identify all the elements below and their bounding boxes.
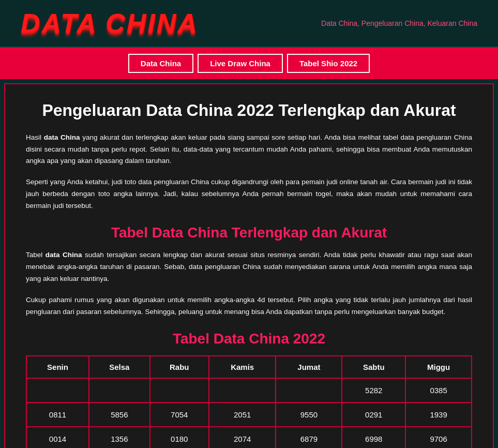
col-senin: Senin bbox=[26, 356, 89, 378]
main-content: Pengeluaran Data China 2022 Terlengkap d… bbox=[4, 83, 494, 448]
cell-r1-c6: 5282 bbox=[342, 378, 405, 402]
nav-tabel-shio[interactable]: Tabel Shio 2022 bbox=[287, 54, 370, 73]
col-rabu: Rabu bbox=[150, 356, 209, 378]
table-header-row: Senin Selsa Rabu Kamis Jumat Sabtu Miggu bbox=[26, 356, 472, 378]
cell-r1-c3 bbox=[150, 378, 209, 402]
table-row: 5282 0385 bbox=[26, 378, 472, 402]
cell-r3-c2: 1356 bbox=[89, 427, 150, 448]
page-title: Pengeluaran Data China 2022 Terlengkap d… bbox=[26, 100, 472, 122]
cell-r2-c5: 9550 bbox=[276, 402, 342, 427]
intro-paragraph-2: Seperti yang Anda ketahui, judi toto dat… bbox=[26, 176, 472, 212]
section-paragraph-2: Cukup pahami rumus yang akan digunakan u… bbox=[26, 294, 472, 318]
intro-paragraph-1: Hasil data China yang akurat dan terleng… bbox=[26, 132, 472, 168]
section-paragraph-1: Tabel data China sudah tersajikan secara… bbox=[26, 249, 472, 285]
col-jumat: Jumat bbox=[276, 356, 342, 378]
cell-r2-c1: 0811 bbox=[26, 402, 89, 427]
table-head: Senin Selsa Rabu Kamis Jumat Sabtu Miggu bbox=[26, 356, 472, 378]
table-title: Tabel Data China 2022 bbox=[26, 331, 472, 347]
table-row: 0811 5856 7054 2051 9550 0291 1939 bbox=[26, 402, 472, 427]
cell-r3-c1: 0014 bbox=[26, 427, 89, 448]
nav-bar: Data China Live Draw China Tabel Shio 20… bbox=[0, 48, 498, 79]
cell-r2-c4: 2051 bbox=[209, 402, 276, 427]
cell-r1-c2 bbox=[89, 378, 150, 402]
cell-r2-c6: 0291 bbox=[342, 402, 405, 427]
cell-r1-c4 bbox=[209, 378, 276, 402]
col-kamis: Kamis bbox=[209, 356, 276, 378]
col-miggu: Miggu bbox=[405, 356, 472, 378]
col-sabtu: Sabtu bbox=[342, 356, 405, 378]
cell-r1-c7: 0385 bbox=[405, 378, 472, 402]
cell-r3-c7: 9706 bbox=[405, 427, 472, 448]
cell-r3-c4: 2074 bbox=[209, 427, 276, 448]
cell-r1-c5 bbox=[276, 378, 342, 402]
table-body: 5282 0385 0811 5856 7054 2051 9550 0291 … bbox=[26, 378, 472, 448]
nav-data-china[interactable]: Data China bbox=[128, 54, 193, 73]
logo-text: DATA CHINA bbox=[21, 8, 199, 39]
cell-r3-c6: 6998 bbox=[342, 427, 405, 448]
cell-r3-c3: 0180 bbox=[150, 427, 209, 448]
cell-r2-c2: 5856 bbox=[89, 402, 150, 427]
header: DATA CHINA Data China, Pengeluaran China… bbox=[0, 0, 498, 48]
nav-live-draw-china[interactable]: Live Draw China bbox=[198, 54, 283, 73]
section-title: Tabel Data China Terlengkap dan Akurat bbox=[26, 225, 472, 241]
table-row: 0014 1356 0180 2074 6879 6998 9706 bbox=[26, 427, 472, 448]
col-selsa: Selsa bbox=[89, 356, 150, 378]
cell-r3-c5: 6879 bbox=[276, 427, 342, 448]
cell-r1-c1 bbox=[26, 378, 89, 402]
cell-r2-c7: 1939 bbox=[405, 402, 472, 427]
site-logo: DATA CHINA bbox=[21, 8, 199, 39]
header-tagline: Data China, Pengeluaran China, Keluaran … bbox=[321, 19, 477, 27]
data-table: Senin Selsa Rabu Kamis Jumat Sabtu Miggu… bbox=[26, 355, 472, 448]
cell-r2-c3: 7054 bbox=[150, 402, 209, 427]
